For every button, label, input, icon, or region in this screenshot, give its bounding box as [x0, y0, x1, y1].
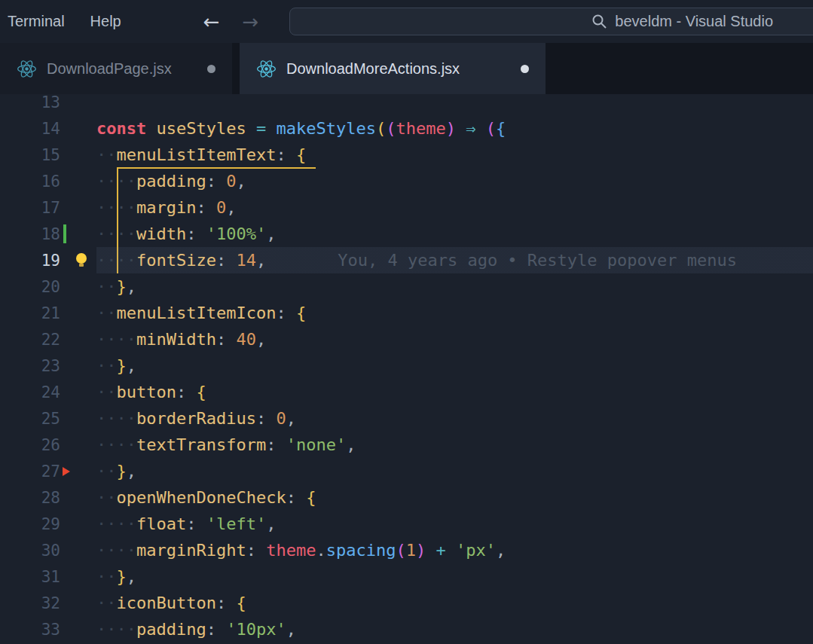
code-line[interactable]: 23··}, — [0, 353, 813, 379]
code-line[interactable]: 31··}, — [0, 563, 813, 590]
tab-label: DownloadPage.jsx — [47, 60, 197, 78]
code-text: ··menuListItemIcon: { — [96, 300, 306, 326]
search-icon — [591, 14, 607, 29]
line-number[interactable]: 23 — [0, 357, 60, 375]
gutter-decorations — [60, 353, 96, 379]
line-number[interactable]: 25 — [0, 410, 60, 428]
line-number[interactable]: 27 — [0, 462, 60, 481]
gutter-decorations — [60, 247, 96, 273]
line-number[interactable]: 19 — [0, 252, 60, 270]
line-number[interactable]: 26 — [0, 436, 60, 454]
gutter-decorations — [60, 405, 96, 432]
gutter-decorations — [60, 537, 96, 563]
line-number[interactable]: 24 — [0, 383, 60, 401]
line-number[interactable]: 13 — [0, 94, 60, 111]
code-text: ··menuListItemText: { — [96, 142, 306, 168]
code-text: ··}, — [96, 273, 136, 300]
breakpoint-marker[interactable] — [63, 467, 70, 476]
code-line[interactable]: 30····marginRight: theme.spacing(1) + 'p… — [0, 537, 813, 563]
modified-dot[interactable] — [521, 65, 529, 73]
gutter-decorations — [60, 590, 96, 616]
gutter-decorations — [60, 432, 96, 458]
gutter-decorations — [60, 511, 96, 537]
code-line[interactable]: 21··menuListItemIcon: { — [0, 300, 813, 326]
code-text: ····float: 'left', — [96, 511, 276, 537]
command-center-search[interactable]: beveldm - Visual Studio — [289, 8, 813, 35]
gutter-decorations — [60, 94, 96, 115]
line-number[interactable]: 21 — [0, 304, 60, 322]
tab-downloadmoreactions[interactable]: DownloadMoreActions.jsx — [240, 43, 546, 94]
code-line[interactable]: 28··openWhenDoneCheck: { — [0, 484, 813, 511]
gutter-decorations — [60, 142, 96, 168]
code-text: ····margin: 0, — [96, 194, 236, 221]
menu-item-help[interactable]: Help — [78, 0, 134, 43]
code-line[interactable]: 13 — [0, 94, 813, 115]
navigate-forward-button[interactable]: → — [243, 12, 259, 32]
code-line[interactable]: 18····width: '100%', — [0, 221, 813, 247]
gutter-decorations — [60, 379, 96, 405]
command-center-content: beveldm - Visual Studio — [591, 8, 773, 35]
code-line[interactable]: 20··}, — [0, 273, 813, 300]
code-line[interactable]: 27··}, — [0, 458, 813, 484]
line-number[interactable]: 14 — [0, 120, 60, 138]
gutter-decorations — [60, 326, 96, 353]
code-text: ····textTransform: 'none', — [96, 432, 356, 458]
code-text: ··}, — [96, 458, 136, 484]
gutter-decorations — [60, 221, 96, 247]
modified-dot[interactable] — [207, 65, 215, 73]
code-line[interactable]: 16····padding: 0, — [0, 168, 813, 194]
line-number[interactable]: 28 — [0, 489, 60, 507]
git-added-indicator — [63, 224, 66, 243]
gutter-decorations — [60, 458, 96, 484]
gutter-decorations — [60, 616, 96, 642]
code-text: ····width: '100%', — [96, 221, 276, 247]
code-line[interactable]: 25····borderRadius: 0, — [0, 405, 813, 432]
code-text: ····fontSize: 14,You, 4 years ago • Rest… — [96, 247, 737, 273]
react-icon — [17, 59, 37, 79]
code-editor: 1314const useStyles = makeStyles((theme)… — [0, 94, 813, 644]
line-number[interactable]: 33 — [0, 621, 60, 639]
code-line[interactable]: 22····minWidth: 40, — [0, 326, 813, 353]
code-line[interactable]: 26····textTransform: 'none', — [0, 432, 813, 458]
code-text: ····minWidth: 40, — [96, 326, 266, 353]
tab-label: DownloadMoreActions.jsx — [286, 60, 511, 78]
code-line[interactable]: 15··menuListItemText: { — [0, 142, 813, 168]
navigate-back-button[interactable]: ← — [203, 12, 220, 32]
line-number[interactable]: 30 — [0, 542, 60, 560]
lightbulb-icon[interactable] — [74, 252, 89, 273]
gutter-decorations — [60, 168, 96, 194]
git-blame-annotation: You, 4 years ago • Restyle popover menus — [338, 251, 737, 270]
code-line[interactable]: 29····float: 'left', — [0, 511, 813, 537]
code-line[interactable]: 24··button: { — [0, 379, 813, 405]
menu-item-terminal[interactable]: Terminal — [0, 0, 78, 43]
code-text: ··}, — [96, 353, 136, 379]
line-number[interactable]: 29 — [0, 515, 60, 533]
line-number[interactable]: 22 — [0, 331, 60, 349]
code-text: ··button: { — [96, 379, 206, 405]
line-number[interactable]: 31 — [0, 568, 60, 586]
gutter-decorations — [60, 273, 96, 300]
code-lines: 1314const useStyles = makeStyles((theme)… — [0, 94, 813, 642]
code-text: ··iconButton: { — [96, 590, 246, 616]
line-number[interactable]: 17 — [0, 199, 60, 217]
code-text: ····marginRight: theme.spacing(1) + 'px'… — [96, 537, 506, 563]
code-line[interactable]: 17····margin: 0, — [0, 194, 813, 221]
line-number[interactable]: 18 — [0, 225, 60, 243]
code-line[interactable]: 14const useStyles = makeStyles((theme) ⇒… — [0, 115, 813, 142]
code-line[interactable]: 33····padding: '10px', — [0, 616, 813, 642]
gutter-decorations — [60, 563, 96, 590]
line-number[interactable]: 20 — [0, 278, 60, 296]
line-number[interactable]: 15 — [0, 146, 60, 164]
editor-tab-bar: DownloadPage.jsx DownloadMoreActions.jsx — [0, 43, 813, 94]
gutter-decorations — [60, 300, 96, 326]
code-line[interactable]: 19····fontSize: 14,You, 4 years ago • Re… — [0, 247, 813, 273]
gutter-decorations — [60, 484, 96, 511]
gutter-decorations — [60, 194, 96, 221]
code-text: const useStyles = makeStyles((theme) ⇒ (… — [96, 115, 506, 142]
react-icon — [256, 59, 277, 79]
line-number[interactable]: 16 — [0, 172, 60, 191]
code-line[interactable]: 32··iconButton: { — [0, 590, 813, 616]
code-text: ····padding: '10px', — [96, 616, 296, 642]
line-number[interactable]: 32 — [0, 594, 60, 612]
tab-downloadpage[interactable]: DownloadPage.jsx — [0, 43, 232, 94]
